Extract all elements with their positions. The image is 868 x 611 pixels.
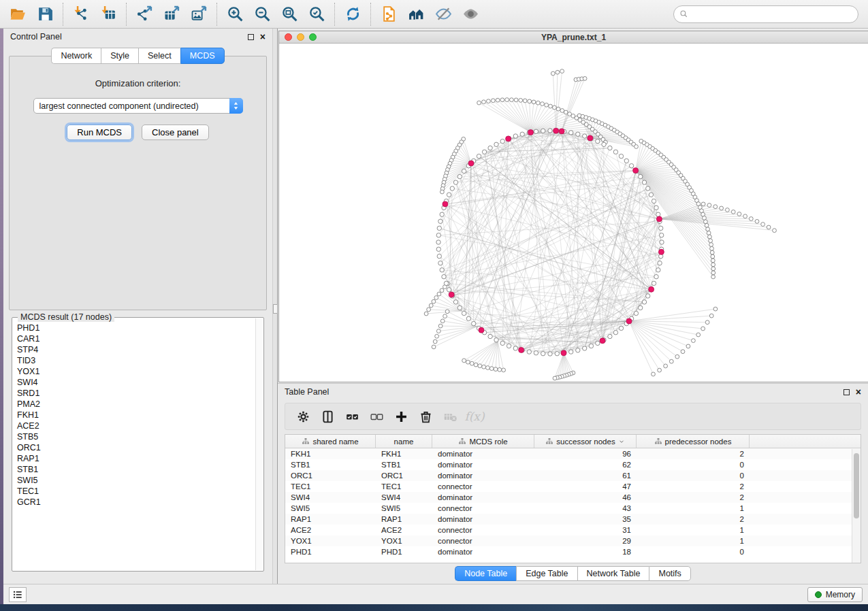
mcds-node-item[interactable]: TEC1	[17, 486, 251, 497]
memory-button[interactable]: Memory	[807, 587, 863, 602]
show-graphics-details-button[interactable]	[457, 3, 484, 26]
table-toolbar: f(x)	[285, 403, 861, 430]
table-row[interactable]: RAP1RAP1dominator352	[285, 514, 861, 525]
mcds-node-item[interactable]: STB1	[17, 464, 251, 475]
criterion-dropdown[interactable]: largest connected component (undirected)	[33, 98, 243, 114]
open-file-icon	[10, 5, 27, 22]
mcds-node-item[interactable]: SRD1	[17, 388, 251, 399]
table-row[interactable]: SWI4SWI4dominator462	[285, 492, 861, 503]
mcds-result-list[interactable]: PHD1CAR1STP4TID3YOX1SWI4SRD1PMA2FKH1ACE2…	[13, 318, 255, 570]
network-window-title: YPA_prune.txt_1	[279, 33, 868, 42]
settings-gear-button[interactable]	[291, 406, 315, 427]
delete-row-icon	[419, 410, 433, 424]
mcds-list-scrollbar[interactable]	[255, 318, 263, 570]
import-network-icon	[73, 5, 90, 22]
close-panel-button[interactable]: Close panel	[142, 125, 209, 140]
mcds-node-item[interactable]: TID3	[17, 355, 251, 366]
control-panel-tabs: NetworkStyleSelectMCDS	[3, 48, 272, 64]
mcds-node-item[interactable]: FKH1	[17, 410, 251, 420]
hide-graphics-details-icon	[435, 5, 452, 22]
open-file-button[interactable]	[4, 3, 31, 26]
run-mcds-button[interactable]: Run MCDS	[67, 125, 132, 140]
refresh-view-button[interactable]	[339, 3, 366, 26]
table-row[interactable]: ORC1ORC1dominator610	[285, 470, 861, 481]
save-session-button[interactable]	[31, 3, 59, 26]
export-table-button[interactable]	[158, 3, 185, 26]
table-row[interactable]: YOX1YOX1connector291	[285, 535, 861, 546]
mcds-node-item[interactable]: RAP1	[17, 453, 251, 464]
zoom-out-icon	[254, 5, 271, 22]
table-row[interactable]: STB1STB1dominator620	[285, 459, 861, 470]
network-from-file-button[interactable]	[375, 3, 402, 26]
mcds-node-item[interactable]: YOX1	[17, 366, 251, 377]
close-table-panel-icon[interactable]: ×	[856, 389, 861, 395]
mcds-node-item[interactable]: STB5	[17, 431, 251, 442]
import-table-icon	[100, 5, 117, 22]
column-header-successor-nodes[interactable]: successor nodes	[534, 435, 637, 448]
hide-graphics-details-button[interactable]	[430, 3, 457, 26]
mcds-node-item[interactable]: PHD1	[17, 323, 251, 333]
zoom-out-button[interactable]	[248, 3, 276, 26]
import-table-button[interactable]	[95, 3, 122, 26]
status-bar: Memory	[3, 584, 868, 604]
float-panel-icon[interactable]	[248, 34, 254, 40]
mcds-node-item[interactable]: PMA2	[17, 399, 251, 410]
task-history-button[interactable]	[9, 587, 27, 602]
column-header-name[interactable]: name	[376, 435, 432, 448]
mcds-node-item[interactable]: SWI5	[17, 475, 251, 486]
select-all-checks-button[interactable]	[340, 406, 364, 427]
table-row[interactable]: SWI5SWI5connector431	[285, 503, 861, 514]
mcds-node-item[interactable]: GCR1	[17, 497, 251, 508]
tab-motifs[interactable]: Motifs	[649, 566, 690, 581]
tab-select[interactable]: Select	[138, 48, 180, 64]
table-row[interactable]: FKH1FKH1dominator962	[285, 448, 861, 459]
split-pane-divider[interactable]	[272, 29, 278, 584]
function-builder-button[interactable]: f(x)	[462, 406, 487, 427]
delete-table-button[interactable]	[438, 406, 462, 427]
zoom-fit-icon	[281, 5, 298, 22]
search-input[interactable]	[692, 10, 852, 19]
tab-network[interactable]: Network	[51, 48, 101, 64]
table-row[interactable]: TEC1TEC1connector472	[285, 481, 861, 492]
network-canvas[interactable]	[279, 44, 868, 382]
node-table-body: FKH1FKH1dominator962STB1STB1dominator620…	[285, 448, 861, 557]
close-panel-icon[interactable]: ×	[260, 33, 266, 40]
column-header-predecessor-nodes[interactable]: predecessor nodes	[637, 435, 750, 448]
settings-gear-icon	[296, 410, 310, 424]
sort-indicator-icon	[618, 438, 625, 445]
clear-checks-button[interactable]	[364, 406, 389, 427]
zoom-in-button[interactable]	[221, 3, 248, 26]
delete-table-icon	[443, 410, 457, 424]
zoom-selected-button[interactable]	[303, 3, 330, 26]
tab-network-table[interactable]: Network Table	[577, 566, 649, 581]
tab-mcds[interactable]: MCDS	[180, 48, 225, 64]
select-all-checks-icon	[345, 410, 359, 424]
table-row[interactable]: ACE2ACE2connector311	[285, 525, 861, 535]
table-scrollbar[interactable]	[852, 449, 861, 563]
export-network-button[interactable]	[131, 3, 158, 26]
float-table-panel-icon[interactable]	[843, 389, 850, 395]
mcds-node-item[interactable]: STP4	[17, 344, 251, 355]
global-search-field[interactable]	[673, 5, 858, 23]
tab-edge-table[interactable]: Edge Table	[516, 566, 577, 581]
import-network-button[interactable]	[67, 3, 95, 26]
export-image-button[interactable]	[185, 3, 212, 26]
mcds-node-item[interactable]: CAR1	[17, 333, 251, 344]
column-header-shared-name[interactable]: shared name	[285, 435, 376, 448]
mcds-node-item[interactable]: ORC1	[17, 442, 251, 453]
add-row-button[interactable]	[389, 406, 413, 427]
table-scrollbar-thumb[interactable]	[854, 453, 859, 518]
zoom-fit-button[interactable]	[276, 3, 303, 26]
add-column-button[interactable]	[315, 406, 340, 427]
tab-style[interactable]: Style	[101, 48, 138, 64]
mcds-node-item[interactable]: SWI4	[17, 377, 251, 388]
criterion-dropdown-value: largest connected component (undirected)	[34, 101, 230, 111]
tab-node-table[interactable]: Node Table	[455, 566, 516, 581]
table-row[interactable]: PHD1PHD1dominator180	[285, 546, 861, 557]
divider-handle[interactable]	[273, 304, 278, 314]
zoom-selected-icon	[308, 5, 325, 22]
search-online-button[interactable]	[402, 3, 430, 26]
column-header-MCDS-role[interactable]: MCDS role	[432, 435, 534, 448]
mcds-node-item[interactable]: ACE2	[17, 420, 251, 431]
delete-row-button[interactable]	[413, 406, 438, 427]
